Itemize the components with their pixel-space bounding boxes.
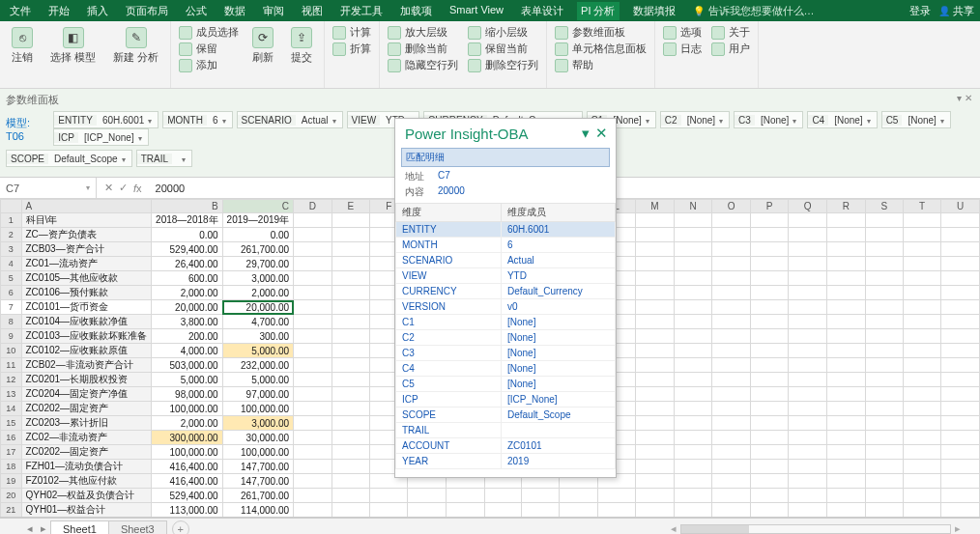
cell[interactable]: 100,000.00 <box>222 518 294 519</box>
cell[interactable] <box>331 489 369 503</box>
cell[interactable] <box>712 257 751 271</box>
ribbon-tab[interactable]: Smart View <box>446 2 507 20</box>
cell[interactable] <box>294 373 332 387</box>
cell[interactable] <box>941 518 980 519</box>
dimension-row[interactable]: ENTITY60H.6001 <box>396 222 616 238</box>
select-model-button[interactable]: ◧选择 模型 <box>46 25 100 67</box>
cell[interactable] <box>674 518 712 519</box>
cell[interactable] <box>827 300 866 315</box>
cell[interactable] <box>636 489 675 503</box>
cell[interactable]: 30,000.00 <box>222 431 294 445</box>
cell[interactable]: ZC0202—固定资产 <box>21 402 152 416</box>
cell[interactable] <box>331 329 369 344</box>
sheet-nav-next-icon[interactable]: ▸ <box>37 522 50 534</box>
row-header[interactable]: 2 <box>1 228 22 242</box>
dimension-row[interactable]: CURRENCYDefault_Currency <box>396 284 616 299</box>
filter-dropdown[interactable]: ICP[ICP_None] <box>53 128 148 146</box>
cell[interactable] <box>674 402 712 416</box>
cell[interactable] <box>712 213 751 228</box>
filter-dropdown[interactable]: ENTITY60H.6001 <box>53 111 159 128</box>
cell[interactable] <box>674 257 712 271</box>
cell[interactable] <box>331 387 369 402</box>
submit-button[interactable]: ⇪提交 <box>287 25 316 72</box>
cell[interactable]: ZCB03—资产合计 <box>21 242 152 257</box>
cell[interactable] <box>865 286 903 300</box>
cell[interactable] <box>294 387 332 402</box>
cell[interactable] <box>712 373 751 387</box>
cell[interactable]: 98,000.00 <box>152 387 223 402</box>
row-header[interactable]: 8 <box>1 315 22 329</box>
cell[interactable] <box>674 213 712 228</box>
cell[interactable] <box>865 344 903 358</box>
cell[interactable]: 232,000.00 <box>222 358 294 373</box>
param-panel-button[interactable]: 参数维面板 <box>555 25 647 40</box>
cell[interactable] <box>674 416 712 431</box>
cell[interactable] <box>636 416 675 431</box>
cell[interactable] <box>447 518 485 519</box>
cell[interactable] <box>903 445 940 460</box>
user-button[interactable]: 用户 <box>711 42 750 56</box>
cell[interactable] <box>674 431 712 445</box>
cell[interactable] <box>865 358 903 373</box>
cell[interactable] <box>941 445 980 460</box>
cell[interactable] <box>674 489 712 503</box>
cell[interactable] <box>941 358 980 373</box>
ribbon-tab[interactable]: 公式 <box>182 2 211 20</box>
cell[interactable] <box>865 474 903 489</box>
cell[interactable] <box>827 445 866 460</box>
cell[interactable] <box>789 242 827 257</box>
cell[interactable] <box>712 358 751 373</box>
delete-empty-button[interactable]: 删除空行列 <box>468 58 538 72</box>
cell[interactable]: 4,000.00 <box>152 344 223 358</box>
tell-me[interactable]: 告诉我您想要做什么… <box>693 4 815 18</box>
cell[interactable]: 2019—2019年 <box>222 213 294 228</box>
cell[interactable] <box>331 503 369 518</box>
cell[interactable] <box>674 242 712 257</box>
filter-dropdown[interactable]: C2[None] <box>660 111 730 128</box>
cancel-icon[interactable]: ✕ <box>104 182 113 194</box>
cell[interactable] <box>560 503 597 518</box>
cell[interactable] <box>941 489 980 503</box>
cell[interactable] <box>789 257 827 271</box>
cell[interactable] <box>903 315 940 329</box>
cell[interactable] <box>903 431 940 445</box>
sheet-tab[interactable]: Sheet3 <box>108 520 167 534</box>
cell[interactable]: QYH02—权益及负债合计 <box>21 489 152 503</box>
cell[interactable] <box>941 315 980 329</box>
cell[interactable] <box>331 518 369 519</box>
logout-button[interactable]: ⎋注销 <box>8 25 37 67</box>
ribbon-tab[interactable]: 文件 <box>6 2 35 20</box>
row-header[interactable]: 17 <box>1 445 22 460</box>
cell[interactable] <box>827 257 866 271</box>
cell[interactable] <box>560 489 597 503</box>
cell[interactable] <box>712 416 751 431</box>
cell[interactable]: QYH01—权益合计 <box>21 503 152 518</box>
cell[interactable] <box>331 257 369 271</box>
cell[interactable]: ZC—资产负债表 <box>21 228 152 242</box>
cell[interactable] <box>827 213 866 228</box>
cell[interactable]: FZ0102—其他应付款 <box>21 474 152 489</box>
cell[interactable] <box>331 460 369 474</box>
cell[interactable] <box>294 271 332 286</box>
hide-empty-button[interactable]: 隐藏空行列 <box>388 58 458 72</box>
table-row[interactable]: 22QY0101—实收资本100,000.00100,000.00 <box>1 518 980 519</box>
cell[interactable] <box>674 300 712 315</box>
cell[interactable] <box>941 387 980 402</box>
cell[interactable]: 529,400.00 <box>152 489 223 503</box>
table-row[interactable]: 21QYH01—权益合计113,000.00114,000.00 <box>1 503 980 518</box>
cell[interactable] <box>941 460 980 474</box>
cell[interactable] <box>674 373 712 387</box>
add-button[interactable]: 添加 <box>179 58 239 72</box>
refresh-button[interactable]: ⟳刷新 <box>248 25 277 72</box>
cell[interactable]: 147,700.00 <box>222 460 294 474</box>
cell[interactable]: ZC0105—其他应收款 <box>21 271 152 286</box>
cell[interactable] <box>674 315 712 329</box>
cell[interactable] <box>636 315 675 329</box>
column-header[interactable]: Q <box>789 200 827 213</box>
cell[interactable] <box>827 431 866 445</box>
column-header[interactable]: B <box>152 200 223 213</box>
cell[interactable] <box>865 373 903 387</box>
ribbon-tab[interactable]: 审阅 <box>259 2 288 20</box>
cell[interactable]: QY0101—实收资本 <box>21 518 152 519</box>
cell[interactable] <box>941 431 980 445</box>
